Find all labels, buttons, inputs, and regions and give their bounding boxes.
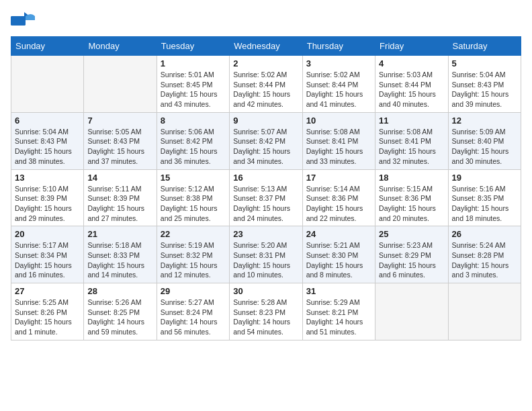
calendar-day-8: 8Sunrise: 5:06 AM Sunset: 8:42 PM Daylig…: [157, 112, 229, 169]
calendar-day-16: 16Sunrise: 5:13 AM Sunset: 8:37 PM Dayli…: [230, 169, 302, 226]
calendar-day-3: 3Sunrise: 5:02 AM Sunset: 8:44 PM Daylig…: [302, 56, 375, 113]
calendar-week-1: 1Sunrise: 5:01 AM Sunset: 8:45 PM Daylig…: [11, 56, 521, 113]
day-info: Sunrise: 5:12 AM Sunset: 8:38 PM Dayligh…: [161, 184, 226, 224]
calendar-day-4: 4Sunrise: 5:03 AM Sunset: 8:44 PM Daylig…: [375, 56, 448, 113]
day-number: 12: [452, 116, 517, 126]
day-info: Sunrise: 5:05 AM Sunset: 8:43 PM Dayligh…: [87, 127, 152, 167]
day-number: 20: [15, 229, 80, 239]
day-number: 24: [306, 229, 371, 239]
day-number: 19: [452, 173, 517, 183]
day-info: Sunrise: 5:11 AM Sunset: 8:39 PM Dayligh…: [87, 184, 152, 224]
day-number: 14: [87, 173, 152, 183]
day-info: Sunrise: 5:27 AM Sunset: 8:24 PM Dayligh…: [161, 298, 226, 337]
day-info: Sunrise: 5:23 AM Sunset: 8:29 PM Dayligh…: [379, 240, 444, 280]
calendar-day-27: 27Sunrise: 5:25 AM Sunset: 8:26 PM Dayli…: [11, 283, 84, 340]
day-info: Sunrise: 5:01 AM Sunset: 8:45 PM Dayligh…: [161, 70, 226, 109]
calendar-day-20: 20Sunrise: 5:17 AM Sunset: 8:34 PM Dayli…: [11, 226, 84, 283]
calendar-day-empty: [375, 283, 448, 340]
calendar-header-row: SundayMondayTuesdayWednesdayThursdayFrid…: [11, 37, 521, 56]
day-info: Sunrise: 5:25 AM Sunset: 8:26 PM Dayligh…: [15, 298, 80, 337]
calendar-day-2: 2Sunrise: 5:02 AM Sunset: 8:44 PM Daylig…: [230, 56, 302, 113]
calendar-day-10: 10Sunrise: 5:08 AM Sunset: 8:41 PM Dayli…: [302, 112, 375, 169]
calendar-day-5: 5Sunrise: 5:04 AM Sunset: 8:43 PM Daylig…: [448, 56, 521, 113]
calendar-day-31: 31Sunrise: 5:29 AM Sunset: 8:21 PM Dayli…: [302, 283, 375, 340]
calendar-day-empty: [84, 56, 157, 113]
day-number: 10: [306, 116, 371, 126]
day-number: 27: [15, 286, 80, 296]
calendar-day-7: 7Sunrise: 5:05 AM Sunset: 8:43 PM Daylig…: [84, 112, 157, 169]
day-info: Sunrise: 5:20 AM Sunset: 8:31 PM Dayligh…: [233, 240, 298, 280]
calendar-day-26: 26Sunrise: 5:24 AM Sunset: 8:28 PM Dayli…: [448, 226, 521, 283]
day-number: 4: [379, 58, 444, 68]
day-info: Sunrise: 5:10 AM Sunset: 8:39 PM Dayligh…: [15, 184, 80, 224]
calendar-day-1: 1Sunrise: 5:01 AM Sunset: 8:45 PM Daylig…: [157, 56, 229, 113]
calendar-day-23: 23Sunrise: 5:20 AM Sunset: 8:31 PM Dayli…: [230, 226, 302, 283]
svg-rect-2: [11, 16, 26, 26]
calendar-day-24: 24Sunrise: 5:21 AM Sunset: 8:30 PM Dayli…: [302, 226, 375, 283]
day-number: 13: [15, 173, 80, 183]
day-info: Sunrise: 5:16 AM Sunset: 8:35 PM Dayligh…: [452, 184, 517, 224]
calendar-day-15: 15Sunrise: 5:12 AM Sunset: 8:38 PM Dayli…: [157, 169, 229, 226]
day-info: Sunrise: 5:18 AM Sunset: 8:33 PM Dayligh…: [87, 240, 152, 280]
day-number: 1: [161, 58, 226, 68]
day-info: Sunrise: 5:06 AM Sunset: 8:42 PM Dayligh…: [161, 127, 226, 167]
day-info: Sunrise: 5:13 AM Sunset: 8:37 PM Dayligh…: [233, 184, 298, 224]
day-info: Sunrise: 5:24 AM Sunset: 8:28 PM Dayligh…: [452, 240, 517, 280]
col-header-saturday: Saturday: [448, 37, 521, 56]
day-info: Sunrise: 5:08 AM Sunset: 8:41 PM Dayligh…: [306, 127, 371, 167]
day-info: Sunrise: 5:02 AM Sunset: 8:44 PM Dayligh…: [233, 70, 298, 109]
col-header-sunday: Sunday: [11, 37, 84, 56]
day-number: 15: [161, 173, 226, 183]
calendar-day-11: 11Sunrise: 5:08 AM Sunset: 8:41 PM Dayli…: [375, 112, 448, 169]
day-number: 5: [452, 58, 517, 68]
day-number: 18: [379, 173, 444, 183]
day-info: Sunrise: 5:14 AM Sunset: 8:36 PM Dayligh…: [306, 184, 371, 224]
col-header-tuesday: Tuesday: [157, 37, 229, 56]
day-number: 8: [161, 116, 226, 126]
day-info: Sunrise: 5:02 AM Sunset: 8:44 PM Dayligh…: [306, 70, 371, 109]
calendar-day-30: 30Sunrise: 5:28 AM Sunset: 8:23 PM Dayli…: [230, 283, 302, 340]
day-number: 22: [161, 229, 226, 239]
day-number: 30: [233, 286, 298, 296]
day-info: Sunrise: 5:04 AM Sunset: 8:43 PM Dayligh…: [15, 127, 80, 167]
day-info: Sunrise: 5:07 AM Sunset: 8:42 PM Dayligh…: [233, 127, 298, 167]
day-number: 3: [306, 58, 371, 68]
calendar-day-9: 9Sunrise: 5:07 AM Sunset: 8:42 PM Daylig…: [230, 112, 302, 169]
calendar-day-14: 14Sunrise: 5:11 AM Sunset: 8:39 PM Dayli…: [84, 169, 157, 226]
day-number: 26: [452, 229, 517, 239]
calendar-day-29: 29Sunrise: 5:27 AM Sunset: 8:24 PM Dayli…: [157, 283, 229, 340]
day-info: Sunrise: 5:17 AM Sunset: 8:34 PM Dayligh…: [15, 240, 80, 280]
day-info: Sunrise: 5:08 AM Sunset: 8:41 PM Dayligh…: [379, 127, 444, 167]
day-number: 21: [87, 229, 152, 239]
calendar-day-13: 13Sunrise: 5:10 AM Sunset: 8:39 PM Dayli…: [11, 169, 84, 226]
day-number: 6: [15, 116, 80, 126]
day-info: Sunrise: 5:03 AM Sunset: 8:44 PM Dayligh…: [379, 70, 444, 109]
calendar-day-6: 6Sunrise: 5:04 AM Sunset: 8:43 PM Daylig…: [11, 112, 84, 169]
calendar-day-12: 12Sunrise: 5:09 AM Sunset: 8:40 PM Dayli…: [448, 112, 521, 169]
day-number: 25: [379, 229, 444, 239]
calendar-day-empty: [448, 283, 521, 340]
calendar-day-25: 25Sunrise: 5:23 AM Sunset: 8:29 PM Dayli…: [375, 226, 448, 283]
day-info: Sunrise: 5:04 AM Sunset: 8:43 PM Dayligh…: [452, 70, 517, 109]
col-header-monday: Monday: [84, 37, 157, 56]
day-number: 28: [87, 286, 152, 296]
col-header-thursday: Thursday: [302, 37, 375, 56]
calendar-week-3: 13Sunrise: 5:10 AM Sunset: 8:39 PM Dayli…: [11, 169, 521, 226]
day-number: 16: [233, 173, 298, 183]
day-info: Sunrise: 5:19 AM Sunset: 8:32 PM Dayligh…: [161, 240, 226, 280]
logo: [11, 11, 36, 30]
calendar-day-empty: [11, 56, 84, 113]
day-number: 17: [306, 173, 371, 183]
calendar-week-2: 6Sunrise: 5:04 AM Sunset: 8:43 PM Daylig…: [11, 112, 521, 169]
day-number: 31: [306, 286, 371, 296]
day-info: Sunrise: 5:29 AM Sunset: 8:21 PM Dayligh…: [306, 298, 371, 337]
col-header-wednesday: Wednesday: [230, 37, 302, 56]
calendar-week-4: 20Sunrise: 5:17 AM Sunset: 8:34 PM Dayli…: [11, 226, 521, 283]
day-info: Sunrise: 5:15 AM Sunset: 8:36 PM Dayligh…: [379, 184, 444, 224]
day-number: 2: [233, 58, 298, 68]
page-header: [11, 11, 521, 30]
calendar-day-28: 28Sunrise: 5:26 AM Sunset: 8:25 PM Dayli…: [84, 283, 157, 340]
calendar-day-22: 22Sunrise: 5:19 AM Sunset: 8:32 PM Dayli…: [157, 226, 229, 283]
day-info: Sunrise: 5:21 AM Sunset: 8:30 PM Dayligh…: [306, 240, 371, 280]
day-number: 23: [233, 229, 298, 239]
